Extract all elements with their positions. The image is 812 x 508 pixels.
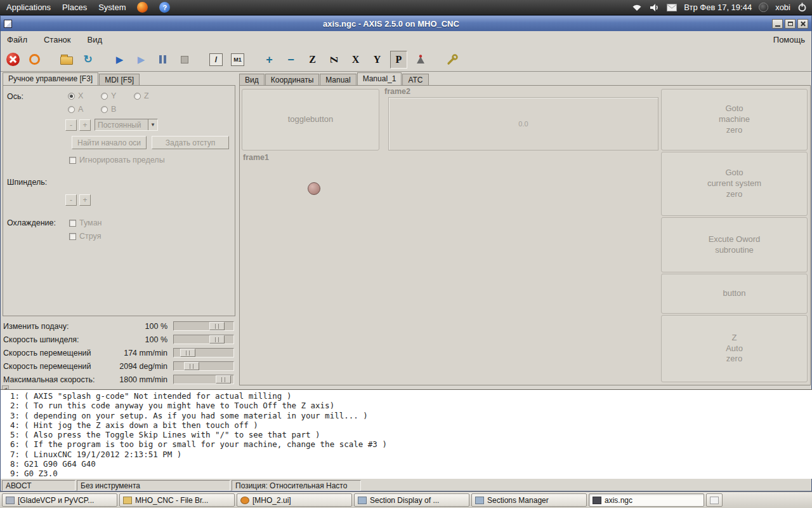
menu-machine[interactable]: Станок bbox=[44, 35, 71, 44]
touch-off-button[interactable]: Задать отступ bbox=[152, 136, 229, 149]
slider-value: 2094 deg/min bbox=[115, 362, 167, 371]
tool-touchoff-button[interactable] bbox=[443, 51, 461, 69]
z-auto-zero-button[interactable]: Z Auto zero bbox=[661, 315, 808, 382]
goto-machine-zero-button[interactable]: Goto machine zero bbox=[661, 89, 808, 150]
menu-help[interactable]: Помощь bbox=[773, 35, 805, 44]
radio-icon bbox=[134, 93, 141, 100]
axis-radio-b[interactable]: B bbox=[101, 105, 116, 114]
skip-lines-toggle[interactable]: / bbox=[207, 51, 225, 69]
run-button[interactable]: ▶ bbox=[111, 51, 128, 69]
jog-mode-select[interactable]: Постоянный ▼ bbox=[95, 119, 158, 131]
view-z-rotated-button[interactable]: Z bbox=[325, 51, 343, 69]
spindle-override-slider[interactable] bbox=[173, 335, 234, 344]
generic-button[interactable]: button bbox=[661, 274, 808, 314]
gcode-line[interactable]: 1:( AXIS "splash g-code" Not intended fo… bbox=[3, 391, 812, 401]
user-icon[interactable] bbox=[759, 3, 768, 12]
window-icon bbox=[4, 20, 12, 28]
pause-button[interactable] bbox=[154, 51, 171, 69]
gcode-line[interactable]: 5:( Also press the Toggle Skip Lines wit… bbox=[3, 430, 812, 439]
jog-plus-button[interactable]: + bbox=[79, 119, 91, 131]
tab-mdi[interactable]: MDI [F5] bbox=[99, 74, 140, 85]
stop-button[interactable] bbox=[176, 51, 193, 69]
checkbox-icon bbox=[69, 233, 76, 240]
axis-radio-z[interactable]: Z bbox=[134, 91, 149, 100]
zoom-out-button[interactable]: − bbox=[282, 51, 299, 69]
taskbar-item-axis[interactable]: axis.ngc bbox=[589, 493, 704, 507]
tab-dro[interactable]: Координаты bbox=[265, 74, 320, 85]
gcode-line[interactable]: 3:( depending on your setup. As if you h… bbox=[3, 411, 812, 420]
view-y-button[interactable]: Y bbox=[369, 51, 386, 69]
coolant-label: Охлаждение: bbox=[7, 218, 56, 227]
user-name[interactable]: xobi bbox=[775, 3, 790, 12]
gcode-line[interactable]: 4:( Hint jog the Z axis down a bit then … bbox=[3, 420, 812, 430]
taskbar-item-sections-manager[interactable]: Sections Manager bbox=[471, 493, 587, 507]
gcode-listing[interactable]: 1:( AXIS "splash g-code" Not intended fo… bbox=[1, 389, 812, 479]
close-button[interactable] bbox=[797, 19, 808, 29]
view-z-button[interactable]: Z bbox=[304, 51, 321, 69]
tab-manual-control[interactable]: Ручное управление [F3] bbox=[3, 72, 98, 85]
spindle-minus-button[interactable]: - bbox=[65, 194, 77, 206]
gcode-line[interactable]: 7:( LinuxCNC 19/1/2012 2:13:51 PM ) bbox=[3, 450, 812, 459]
gcode-line[interactable]: 8:G21 G90 G64 G40 bbox=[3, 459, 812, 469]
axis-radio-x[interactable]: X bbox=[68, 91, 83, 100]
tab-manual-1[interactable]: Manual_1 bbox=[357, 72, 402, 85]
open-file-button[interactable] bbox=[58, 51, 75, 69]
goto-current-system-zero-button[interactable]: Goto current system zero bbox=[661, 152, 808, 216]
volume-icon[interactable] bbox=[650, 3, 660, 12]
gcode-line[interactable]: 9:G0 Z3.0 bbox=[3, 469, 812, 478]
system-menu[interactable]: System bbox=[98, 3, 126, 12]
wifi-icon[interactable] bbox=[631, 3, 643, 11]
menu-view[interactable]: Вид bbox=[88, 35, 103, 44]
rotate-view-button[interactable] bbox=[412, 51, 429, 69]
tab-manual[interactable]: Manual bbox=[320, 74, 356, 85]
angular-jog-speed-slider[interactable] bbox=[173, 361, 234, 371]
gcode-line[interactable]: 6:( If the program is too big or small f… bbox=[3, 439, 812, 449]
tab-atc[interactable]: ATC bbox=[402, 74, 428, 85]
flood-checkbox[interactable]: Струя bbox=[69, 232, 101, 241]
taskbar-item-section-display[interactable]: Section Display of ... bbox=[354, 493, 469, 507]
tab-preview[interactable]: Вид bbox=[239, 74, 265, 85]
max-velocity-slider[interactable] bbox=[173, 375, 234, 384]
optional-stop-toggle[interactable]: M1 bbox=[229, 51, 246, 69]
window-title: axis.ngc - AXIS 2.5.0 on MHO_CNC bbox=[12, 19, 770, 29]
toggle-button[interactable]: togglebutton bbox=[242, 89, 379, 150]
clock[interactable]: Втр Фев 17, 19:44 bbox=[684, 3, 752, 12]
view-z-rotated-icon: Z bbox=[329, 56, 339, 63]
spindle-plus-button[interactable]: + bbox=[79, 194, 91, 206]
estop-button[interactable] bbox=[4, 51, 22, 69]
checkbox-icon bbox=[69, 157, 76, 164]
view-x-button[interactable]: X bbox=[347, 51, 364, 69]
zoom-in-button[interactable]: + bbox=[261, 51, 278, 69]
taskbar-item-file-browser[interactable]: MHO_CNC - File Br... bbox=[119, 493, 235, 507]
mist-checkbox[interactable]: Туман bbox=[69, 218, 102, 227]
gcode-line[interactable]: 2:( To run this code anyway you might ha… bbox=[3, 401, 812, 410]
jog-speed-slider[interactable] bbox=[173, 348, 234, 358]
execute-oword-subroutine-button[interactable]: Excute Oword subroutine bbox=[661, 217, 808, 272]
firefox-icon[interactable] bbox=[137, 2, 148, 13]
titlebar[interactable]: axis.ngc - AXIS 2.5.0 on MHO_CNC bbox=[1, 16, 811, 31]
home-axis-button[interactable]: Найти начало оси bbox=[72, 136, 147, 149]
axis-radio-a[interactable]: A bbox=[68, 105, 83, 114]
menu-file[interactable]: Файл bbox=[7, 35, 27, 44]
minimize-button[interactable] bbox=[772, 19, 783, 29]
view-perspective-button[interactable]: P bbox=[390, 51, 407, 69]
applications-menu[interactable]: Applications bbox=[6, 3, 51, 12]
step-button[interactable]: ▶ bbox=[133, 51, 150, 69]
maximize-button[interactable] bbox=[785, 19, 796, 29]
feed-override-slider[interactable] bbox=[173, 321, 234, 331]
ignore-limits-checkbox[interactable]: Игнорировать пределы bbox=[69, 156, 165, 164]
frame1-label: frame1 bbox=[243, 153, 269, 162]
reload-button[interactable]: ↻ bbox=[79, 51, 96, 69]
axis-window: axis.ngc - AXIS 2.5.0 on MHO_CNC Файл Ст… bbox=[0, 15, 812, 491]
power-icon[interactable] bbox=[797, 3, 807, 12]
jog-minus-button[interactable]: - bbox=[65, 119, 77, 131]
machine-power-button[interactable] bbox=[26, 51, 43, 69]
mail-icon[interactable] bbox=[667, 4, 677, 11]
help-icon[interactable]: ? bbox=[159, 2, 170, 13]
places-menu[interactable]: Places bbox=[62, 3, 87, 12]
taskbar-item-mini[interactable] bbox=[706, 493, 723, 507]
axis-radio-y[interactable]: Y bbox=[101, 91, 116, 100]
taskbar-item-glade-ui[interactable]: [MHO_2.ui] bbox=[237, 493, 352, 507]
screen: Applications Places System ? Втр Фев 17,… bbox=[0, 0, 812, 508]
taskbar-item-gladevcp[interactable]: [GladeVCP и PyVCP... bbox=[2, 493, 117, 507]
